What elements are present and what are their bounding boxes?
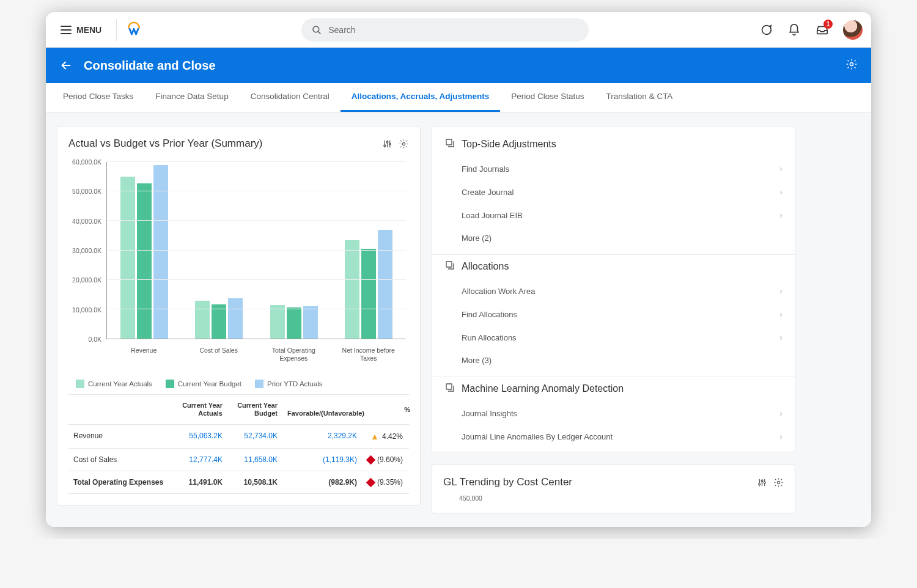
bar[interactable] [228,298,243,339]
link-item[interactable]: Allocation Work Area› [462,279,783,303]
table-row: Cost of Sales12,777.4K11,658.0K(1,119.3K… [68,449,409,471]
link-item[interactable]: Find Journals› [462,157,783,180]
avatar[interactable] [843,20,863,40]
chevron-right-icon: › [779,333,783,342]
svg-point-9 [759,483,760,485]
link-item[interactable]: Journal Line Anomalies By Ledger Account… [462,425,783,448]
link-label: More (2) [462,233,492,243]
summary-table: Current Year Actuals Current Year Budget… [68,394,409,494]
sliders-icon[interactable] [757,477,767,488]
svg-point-11 [764,482,765,483]
y-axis-tick: 40,000.0K [68,218,105,225]
svg-point-5 [402,142,405,145]
link-item[interactable]: Run Allocations› [462,326,783,349]
tab-period-close-tasks[interactable]: Period Close Tasks [52,83,144,112]
bar[interactable] [120,177,135,339]
chat-icon[interactable] [759,23,773,37]
gear-icon [845,58,858,70]
legend-item: Prior YTD Actuals [255,380,323,388]
menu-label: MENU [76,25,101,35]
x-axis-label: Revenue [106,343,182,376]
svg-point-3 [386,141,388,143]
svg-rect-6 [446,139,452,145]
tab-period-close-status[interactable]: Period Close Status [500,83,595,112]
link-label: Find Allocations [462,310,517,319]
link-item[interactable]: Journal Insights› [462,402,783,425]
chevron-right-icon: › [779,210,783,220]
bar[interactable] [345,240,359,339]
gear-icon[interactable] [773,477,784,488]
bar[interactable] [195,301,210,339]
svg-point-1 [850,63,853,66]
gl-trending-card: GL Trending by Cost Center 450,000 [432,465,795,513]
link-item[interactable]: More (3) [462,349,783,372]
cell-fav: (982.9K) [282,471,362,493]
bar[interactable] [287,307,301,339]
link-item[interactable]: Find Allocations› [462,303,783,326]
bar[interactable] [361,249,376,339]
table-row: Total Operating Expenses11,491.0K10,508.… [68,471,409,494]
tab-finance-data-setup[interactable]: Finance Data Setup [144,83,239,112]
panel-group-title: Machine Learning Anomaly Detection [462,383,624,394]
hamburger-icon [61,26,72,34]
link-item[interactable]: Create Journal› [462,180,783,204]
tab-consolidation-central[interactable]: Consolidation Central [240,83,341,112]
x-axis-label: Cost of Sales [182,343,257,376]
chevron-right-icon: › [779,187,783,197]
bar-chart: RevenueCost of SalesTotal Operating Expe… [68,156,409,376]
settings-button[interactable] [845,58,858,73]
tab-allocations-accruals-adjustments[interactable]: Allocations, Accruals, Adjustments [341,83,501,112]
links-panel: Top-Side AdjustmentsFind Journals›Create… [432,126,795,452]
bar[interactable] [378,230,392,339]
tab-translation-cta[interactable]: Translation & CTA [595,83,684,112]
inbox-icon[interactable]: 1 [815,23,830,37]
link-label: Load Journal EIB [462,211,523,220]
bell-icon[interactable] [787,23,801,37]
link-item[interactable]: Load Journal EIB› [462,204,783,227]
bar[interactable] [212,304,226,339]
error-icon [366,455,376,465]
link-label: Find Journals [462,164,509,174]
y-axis-tick: 20,000.0K [68,276,105,284]
panel-group-title: Top-Side Adjustments [462,139,556,150]
row-label: Revenue [68,425,172,448]
menu-button[interactable]: MENU [54,21,108,39]
y-axis-tick: 0.0K [68,336,105,343]
bar[interactable] [137,183,152,339]
row-label: Total Operating Expenses [68,471,172,493]
cell-cyb[interactable]: 52,734.0K [227,425,282,448]
cell-fav[interactable]: 2,329.2K [282,425,362,448]
gl-card-title: GL Trending by Cost Center [443,476,572,488]
chevron-right-icon: › [779,164,783,174]
link-label: More (3) [462,356,492,365]
y-axis-tick: 10,000.0K [68,306,105,314]
back-button[interactable] [59,59,73,72]
windows-icon [444,382,455,395]
bar[interactable] [270,305,285,339]
link-item[interactable]: More (2) [462,227,783,249]
workday-logo[interactable] [125,21,142,39]
search-input[interactable]: Search [301,18,589,42]
tab-bar: Period Close Tasks Finance Data Setup Co… [46,83,871,112]
page-header: Consolidate and Close [46,48,871,83]
sliders-icon[interactable] [382,139,392,149]
bar[interactable] [303,306,318,339]
link-label: Journal Insights [462,409,517,418]
x-axis-label: Net Income before Taxes [331,343,407,376]
cell-cyb[interactable]: 11,658.0K [227,449,282,471]
svg-point-12 [777,481,779,483]
topbar: MENU Search 1 [46,12,871,48]
divider [116,19,117,41]
y-axis-tick: 30,000.0K [68,247,105,254]
chart-title: Actual vs Budget vs Prior Year (Summary) [68,138,262,150]
y-axis-tick: 60,000.0K [68,158,105,166]
cell-fav[interactable]: (1,119.3K) [282,449,362,471]
divider [432,254,795,255]
gear-icon[interactable] [399,139,409,149]
legend-item: Current Year Budget [166,380,241,388]
bar-group [257,162,331,339]
cell-cya[interactable]: 12,777.4K [172,449,227,471]
chart-legend: Current Year Actuals Current Year Budget… [68,376,409,392]
cell-cya[interactable]: 55,063.2K [172,425,227,448]
cell-pct: (9.60%) [362,449,408,471]
